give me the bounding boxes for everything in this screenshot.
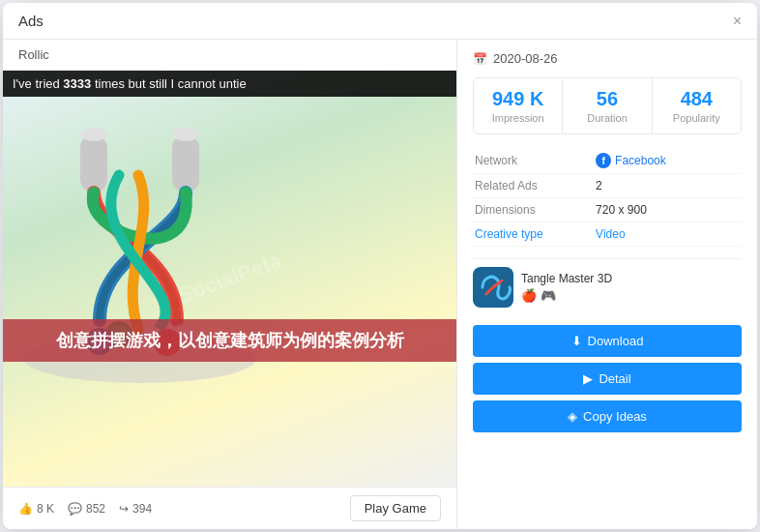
ad-text-suffix: times but still I cannot untie	[91, 76, 246, 91]
apple-icon: 🍎	[521, 288, 537, 303]
popularity-card: 484 Popularity	[653, 78, 741, 133]
calendar-icon: 📅	[473, 52, 487, 66]
like-stat: 👍 8 K	[18, 502, 54, 516]
popularity-value: 484	[658, 88, 735, 110]
game-details: Tangle Master 3D 🍎 🎮	[521, 272, 612, 303]
modal-header: Ads ×	[3, 3, 757, 40]
svg-point-2	[80, 128, 107, 141]
advertiser-name: Rollic	[3, 40, 456, 71]
modal-body: Rollic I've tried 3333 times but still I…	[3, 40, 757, 529]
related-ads-label: Related Ads	[473, 174, 594, 198]
left-panel: Rollic I've tried 3333 times but still I…	[3, 40, 457, 529]
copy-icon: ◈	[568, 409, 577, 424]
info-table: Network f Facebook Related Ads 2 Dimensi…	[473, 148, 742, 247]
duration-label: Duration	[569, 112, 645, 124]
dimensions-row: Dimensions 720 x 900	[473, 198, 742, 222]
download-button[interactable]: ⬇ Download	[473, 325, 742, 357]
ads-modal: Ads × Rollic I've tried 3333 times but s…	[3, 3, 757, 529]
play-game-button[interactable]: Play Game	[350, 495, 441, 521]
creative-type-value: Video	[594, 222, 742, 247]
like-icon: 👍	[18, 502, 33, 516]
share-count: 394	[132, 502, 152, 516]
game-info-row: Tangle Master 3D 🍎 🎮	[473, 258, 742, 315]
detail-icon: ▶	[583, 371, 593, 386]
network-label: Network	[473, 148, 594, 174]
svg-point-4	[172, 128, 199, 141]
like-count: 8 K	[37, 502, 54, 516]
related-ads-row: Related Ads 2	[473, 174, 742, 198]
ad-text-overlay: I've tried 3333 times but still I cannot…	[3, 71, 456, 97]
game-icon	[473, 267, 513, 308]
platform-icons: 🍎 🎮	[521, 288, 612, 303]
dimensions-label: Dimensions	[473, 198, 594, 222]
impression-card: 949 K Impression	[474, 78, 563, 133]
impression-value: 949 K	[480, 88, 556, 110]
date-value: 2020-08-26	[493, 51, 558, 66]
related-ads-value: 2	[594, 174, 742, 198]
share-icon: ↪	[119, 502, 129, 516]
share-stat: ↪ 394	[119, 502, 152, 516]
game-icon-svg	[473, 267, 513, 308]
svg-rect-1	[80, 134, 107, 192]
ad-preview: I've tried 3333 times but still I cannot…	[3, 71, 456, 487]
modal-title: Ads	[18, 13, 44, 29]
comment-count: 852	[86, 502, 105, 516]
action-buttons: ⬇ Download ▶ Detail ◈ Copy Ideas	[473, 325, 742, 432]
facebook-label: Facebook	[615, 154, 666, 167]
download-label: Download	[588, 334, 644, 348]
ad-image-area: 创意拼摆游戏，以创意建筑师为例的案例分析 SocialPeta	[3, 71, 456, 487]
comment-stat: 💬 852	[68, 502, 105, 516]
svg-rect-3	[172, 134, 199, 192]
date-row: 📅 2020-08-26	[473, 51, 742, 66]
ad-text-bold: 3333	[63, 76, 91, 91]
detail-button[interactable]: ▶ Detail	[473, 363, 742, 395]
facebook-badge: f Facebook	[596, 153, 666, 168]
right-panel: 📅 2020-08-26 949 K Impression 56 Duratio…	[457, 40, 757, 529]
ad-stats: 👍 8 K 💬 852 ↪ 394	[18, 502, 152, 516]
copy-label: Copy Ideas	[583, 409, 647, 424]
ad-text-prefix: I've tried	[13, 76, 63, 91]
game-name: Tangle Master 3D	[521, 272, 612, 285]
facebook-icon: f	[596, 153, 611, 168]
cn-banner: 创意拼摆游戏，以创意建筑师为例的案例分析	[3, 319, 456, 362]
popularity-label: Popularity	[658, 112, 735, 124]
close-button[interactable]: ×	[733, 14, 742, 29]
network-value: f Facebook	[594, 148, 742, 174]
detail-label: Detail	[599, 371, 630, 386]
duration-value: 56	[569, 88, 645, 110]
ad-footer: 👍 8 K 💬 852 ↪ 394 Play Game	[3, 487, 456, 529]
dimensions-value: 720 x 900	[594, 198, 742, 222]
duration-card: 56 Duration	[563, 78, 652, 133]
impression-label: Impression	[480, 112, 556, 124]
copy-ideas-button[interactable]: ◈ Copy Ideas	[473, 400, 742, 432]
network-row: Network f Facebook	[473, 148, 742, 174]
download-icon: ⬇	[571, 334, 582, 348]
stats-cards: 949 K Impression 56 Duration 484 Popular…	[473, 77, 742, 134]
comment-icon: 💬	[68, 502, 82, 516]
creative-type-label: Creative type	[473, 222, 594, 247]
gamepad-icon: 🎮	[541, 288, 556, 303]
creative-type-row: Creative type Video	[473, 222, 742, 247]
